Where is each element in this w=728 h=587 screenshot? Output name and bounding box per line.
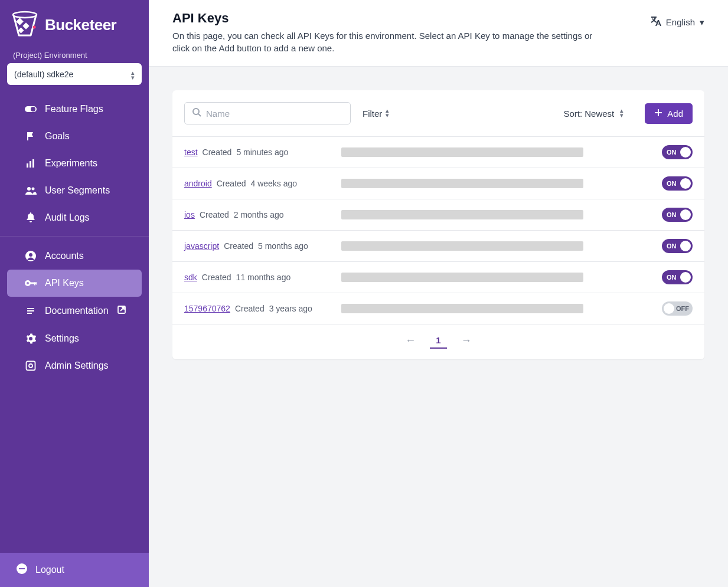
toggle-label: ON	[667, 180, 677, 187]
brand-name: Bucketeer	[45, 16, 116, 34]
created-label: Created	[202, 273, 231, 282]
svg-rect-26	[19, 568, 25, 569]
pager-prev[interactable]: ←	[405, 335, 416, 347]
key-icon	[25, 280, 37, 287]
chevron-updown-icon: ▴▾	[386, 109, 389, 117]
sidebar-item-experiments[interactable]: Experiments	[7, 150, 142, 177]
svg-rect-21	[27, 313, 32, 314]
table-row: testCreated5 minutes agoON	[172, 136, 704, 168]
created-time: 3 years ago	[269, 304, 312, 313]
api-key-secret-masked	[341, 210, 583, 219]
toggle-knob	[680, 209, 691, 220]
environment-select[interactable]: (default) sdke2e ▴▾	[7, 63, 142, 85]
language-value: English	[666, 17, 695, 27]
users-icon	[25, 186, 37, 195]
api-key-name-link[interactable]: ios	[184, 210, 195, 219]
created-label: Created	[200, 210, 229, 219]
search-icon	[192, 107, 201, 119]
svg-rect-17	[34, 283, 35, 286]
status-toggle[interactable]: OFF	[662, 301, 693, 316]
status-toggle[interactable]: ON	[662, 208, 693, 222]
svg-point-13	[29, 253, 32, 257]
svg-rect-16	[30, 283, 37, 284]
sidebar-item-audit-logs[interactable]: Audit Logs	[7, 204, 142, 231]
svg-rect-9	[32, 159, 34, 168]
nav-group-admin: Accounts API Keys Documentation Settings	[0, 236, 149, 382]
table-row: 1579670762Created3 years agoOFF	[172, 293, 704, 324]
api-key-name-link[interactable]: javascript	[184, 241, 219, 251]
created-label: Created	[224, 241, 253, 251]
svg-point-24	[29, 364, 32, 368]
sidebar-item-label: Documentation	[45, 306, 109, 316]
bell-icon	[25, 212, 37, 223]
api-key-name-link[interactable]: 1579670762	[184, 304, 230, 313]
language-switcher[interactable]: English ▾	[649, 11, 704, 29]
pagination: ← 1 →	[172, 324, 704, 359]
sidebar-item-user-segments[interactable]: User Segments	[7, 177, 142, 204]
svg-rect-2	[22, 22, 29, 29]
sidebar-item-label: Admin Settings	[45, 360, 109, 371]
toggle-knob	[680, 272, 691, 283]
filter-button[interactable]: Filter ▴▾	[363, 109, 389, 119]
sidebar-item-label: Feature Flags	[45, 104, 103, 114]
created-time: 2 months ago	[234, 210, 284, 219]
environment-label: (Project) Environment	[0, 46, 149, 63]
svg-rect-7	[27, 163, 28, 168]
plus-icon	[654, 109, 662, 119]
status-toggle[interactable]: ON	[662, 270, 693, 284]
table-row: sdkCreated11 months agoON	[172, 261, 704, 293]
svg-point-27	[193, 109, 199, 114]
add-button[interactable]: Add	[645, 103, 693, 124]
logo: Bucketeer	[0, 0, 149, 46]
status-toggle[interactable]: ON	[662, 145, 693, 159]
toggle-icon	[25, 105, 37, 113]
flag-icon	[25, 131, 37, 142]
sort-value: Newest	[585, 109, 614, 119]
pager-current[interactable]: 1	[430, 333, 446, 349]
sidebar-item-label: Accounts	[45, 251, 84, 261]
toggle-label: OFF	[676, 305, 689, 312]
status-toggle[interactable]: ON	[662, 239, 693, 253]
sidebar-item-feature-flags[interactable]: Feature Flags	[7, 96, 142, 123]
status-toggle[interactable]: ON	[662, 176, 693, 191]
chevron-updown-icon: ▴▾	[620, 109, 623, 117]
sidebar-item-label: Settings	[45, 333, 79, 344]
sidebar-item-label: Goals	[45, 131, 70, 142]
toggle-knob	[680, 147, 691, 158]
api-key-name-link[interactable]: sdk	[184, 273, 197, 282]
sort-button[interactable]: Sort: Newest ▴▾	[563, 109, 623, 119]
logout-label: Logout	[35, 565, 64, 575]
sidebar-item-goals[interactable]: Goals	[7, 123, 142, 150]
svg-point-6	[31, 107, 35, 112]
add-label: Add	[667, 109, 683, 119]
sidebar-item-admin-settings[interactable]: Admin Settings	[7, 352, 142, 379]
api-key-secret-masked	[341, 304, 583, 313]
toggle-label: ON	[667, 149, 677, 156]
table-row: javascriptCreated5 months agoON	[172, 230, 704, 261]
api-key-secret-masked	[341, 273, 583, 282]
search-input-wrap[interactable]	[184, 102, 351, 124]
api-key-name-link[interactable]: test	[184, 147, 198, 157]
toggle-label: ON	[667, 211, 677, 218]
svg-rect-20	[27, 310, 34, 311]
svg-rect-1	[16, 18, 24, 25]
api-key-secret-masked	[341, 147, 583, 157]
table-row: iosCreated2 months agoON	[172, 199, 704, 230]
nav-group-main: Feature Flags Goals Experiments User Seg…	[0, 93, 149, 234]
api-keys-card: Filter ▴▾ Sort: Newest ▴▾ Add	[172, 90, 704, 359]
sidebar-item-accounts[interactable]: Accounts	[7, 242, 142, 270]
environment-value: (default) sdke2e	[14, 70, 73, 79]
sidebar-item-documentation[interactable]: Documentation	[7, 297, 142, 325]
minus-circle-icon	[17, 563, 27, 576]
search-input[interactable]	[206, 109, 343, 119]
created-label: Created	[235, 304, 265, 313]
api-key-name-link[interactable]: android	[184, 179, 212, 188]
pager-next[interactable]: →	[461, 335, 472, 347]
bucketeer-logo-icon	[12, 11, 38, 39]
toggle-knob	[680, 241, 691, 251]
svg-rect-19	[27, 308, 34, 309]
logout-button[interactable]: Logout	[0, 553, 149, 587]
sidebar-item-settings[interactable]: Settings	[7, 325, 142, 352]
sidebar-item-api-keys[interactable]: API Keys	[7, 270, 142, 297]
created-time: 4 weeks ago	[251, 179, 298, 188]
